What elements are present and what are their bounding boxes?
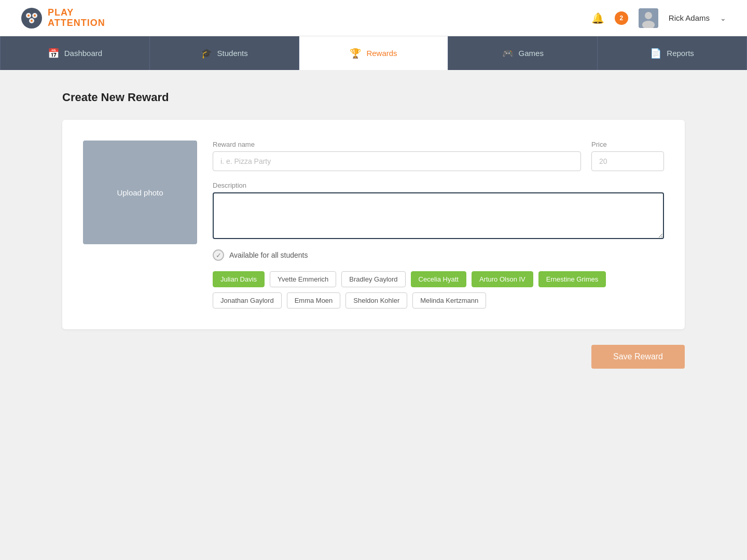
- available-all-students-row: ✓ Available for all students: [213, 249, 664, 261]
- trophy-icon: 🏆: [350, 48, 361, 59]
- description-group: Description: [213, 181, 664, 239]
- available-label: Available for all students: [229, 251, 308, 259]
- student-tag[interactable]: Arturo Olson IV: [472, 271, 533, 287]
- logo: PLAY ATTENTION: [21, 7, 105, 29]
- svg-point-4: [27, 15, 30, 17]
- nav-item-students[interactable]: 🎓 Students: [150, 36, 299, 70]
- student-tag[interactable]: Julian Davis: [213, 271, 265, 287]
- save-button-row: Save Reward: [62, 345, 685, 369]
- logo-play: PLAY: [48, 8, 105, 18]
- student-tags-list: Julian DavisYvette EmmerichBradley Gaylo…: [213, 271, 664, 309]
- nav-label-rewards: Rewards: [366, 49, 397, 58]
- student-tag[interactable]: Emma Moen: [287, 292, 341, 309]
- student-tag[interactable]: Bradley Gaylord: [341, 271, 405, 287]
- upload-photo-label: Upload photo: [117, 188, 163, 197]
- available-checkbox[interactable]: ✓: [213, 249, 224, 261]
- nav-item-dashboard[interactable]: 📅 Dashboard: [0, 36, 150, 70]
- header-right: 🔔 2 Rick Adams ⌄: [591, 8, 726, 28]
- reward-name-input[interactable]: [213, 151, 581, 171]
- description-textarea[interactable]: [213, 192, 664, 239]
- svg-point-8: [645, 12, 652, 19]
- price-label: Price: [591, 141, 664, 148]
- price-input[interactable]: [591, 151, 664, 171]
- description-label: Description: [213, 181, 664, 189]
- bell-icon[interactable]: 🔔: [591, 12, 604, 24]
- name-price-row: Reward name Price: [213, 141, 664, 171]
- main-nav: 📅 Dashboard 🎓 Students 🏆 Rewards 🎮 Games…: [0, 36, 747, 70]
- student-tag[interactable]: Ernestine Grimes: [538, 271, 606, 287]
- nav-label-reports: Reports: [667, 49, 694, 58]
- create-reward-card: Upload photo Reward name Price Descripti…: [62, 120, 685, 329]
- logo-attention: ATTENTION: [48, 18, 105, 29]
- reward-name-group: Reward name: [213, 141, 581, 171]
- calendar-icon: 📅: [48, 48, 59, 59]
- checkmark-icon: ✓: [216, 251, 222, 259]
- gamepad-icon: 🎮: [502, 48, 514, 59]
- logo-text: PLAY ATTENTION: [48, 8, 105, 29]
- document-icon: 📄: [650, 48, 661, 59]
- logo-icon: [21, 7, 43, 29]
- nav-item-games[interactable]: 🎮 Games: [448, 36, 598, 70]
- page-title: Create New Reward: [62, 91, 685, 104]
- student-tag[interactable]: Jonathan Gaylord: [213, 292, 282, 309]
- svg-point-6: [31, 20, 33, 22]
- form-fields: Reward name Price Description ✓ Availabl…: [213, 141, 664, 309]
- nav-label-students: Students: [217, 49, 248, 58]
- notification-badge[interactable]: 2: [615, 11, 628, 25]
- reward-name-label: Reward name: [213, 141, 581, 148]
- nav-item-rewards[interactable]: 🏆 Rewards: [299, 36, 449, 70]
- graduation-icon: 🎓: [201, 48, 212, 59]
- student-tag[interactable]: Sheldon Kohler: [345, 292, 407, 309]
- svg-point-5: [34, 15, 36, 17]
- chevron-down-icon[interactable]: ⌄: [720, 14, 726, 22]
- nav-label-games: Games: [519, 49, 544, 58]
- avatar: [639, 8, 658, 28]
- save-reward-button[interactable]: Save Reward: [591, 345, 685, 369]
- student-tag[interactable]: Yvette Emmerich: [270, 271, 336, 287]
- user-name: Rick Adams: [669, 13, 710, 22]
- nav-label-dashboard: Dashboard: [64, 49, 102, 58]
- upload-photo-area[interactable]: Upload photo: [83, 141, 197, 244]
- header: PLAY ATTENTION 🔔 2 Rick Adams ⌄: [0, 0, 747, 36]
- price-group: Price: [591, 141, 664, 171]
- page-content: Create New Reward Upload photo Reward na…: [0, 70, 747, 389]
- student-tag[interactable]: Cecelia Hyatt: [411, 271, 466, 287]
- nav-item-reports[interactable]: 📄 Reports: [598, 36, 747, 70]
- student-tag[interactable]: Melinda Kertzmann: [412, 292, 486, 309]
